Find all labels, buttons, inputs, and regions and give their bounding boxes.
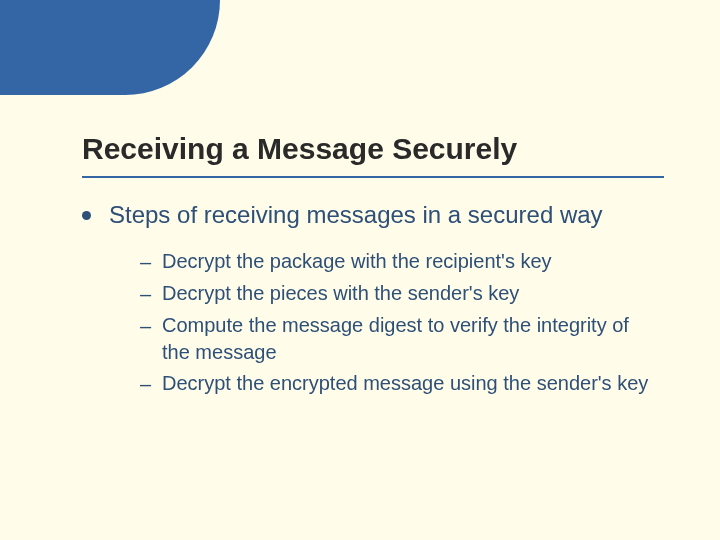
dash-icon: – (140, 280, 162, 308)
bullet-text: Steps of receiving messages in a secured… (109, 200, 603, 230)
corner-accent (0, 0, 220, 95)
sub-bullet-text: Decrypt the package with the recipient's… (162, 248, 552, 275)
dash-icon: – (140, 248, 162, 276)
bullet-disc-icon (82, 211, 91, 220)
sub-bullet-text: Decrypt the encrypted message using the … (162, 370, 648, 397)
sub-bullet: – Decrypt the encrypted message using th… (140, 370, 660, 398)
dash-icon: – (140, 370, 162, 398)
slide-body: Steps of receiving messages in a secured… (82, 200, 660, 402)
slide: Receiving a Message Securely Steps of re… (0, 0, 720, 540)
title-underline (82, 176, 664, 178)
sub-bullet-text: Compute the message digest to verify the… (162, 312, 660, 366)
sub-bullet-text: Decrypt the pieces with the sender's key (162, 280, 519, 307)
sub-bullet: – Decrypt the pieces with the sender's k… (140, 280, 660, 308)
sub-bullets: – Decrypt the package with the recipient… (140, 248, 660, 398)
dash-icon: – (140, 312, 162, 340)
slide-title: Receiving a Message Securely (82, 132, 680, 165)
sub-bullet: – Compute the message digest to verify t… (140, 312, 660, 366)
sub-bullet: – Decrypt the package with the recipient… (140, 248, 660, 276)
bullet-level1: Steps of receiving messages in a secured… (82, 200, 660, 230)
